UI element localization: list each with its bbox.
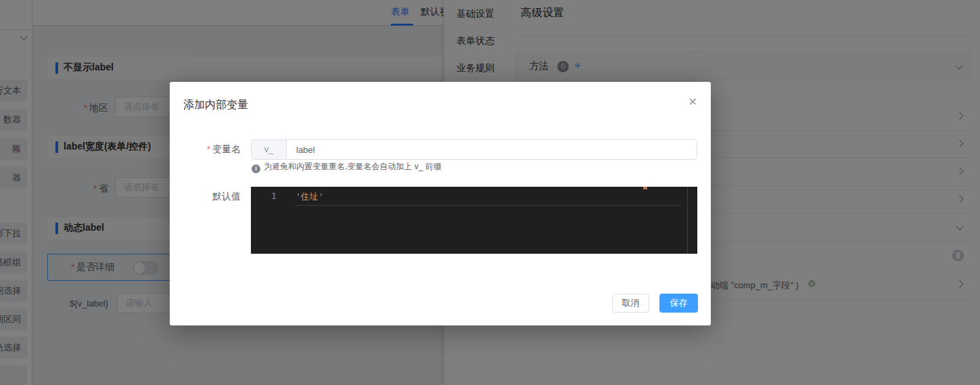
editor-current-line-border: [296, 205, 681, 206]
save-button[interactable]: 保存: [659, 294, 698, 313]
variable-name-input-group: v_: [251, 139, 697, 160]
variable-name-label: *变量名: [183, 143, 241, 156]
variable-prefix-addon: v_: [252, 140, 287, 159]
info-icon: i: [252, 164, 260, 173]
default-value-label: 默认值: [183, 191, 241, 203]
variable-name-hint: i为避免和内置变量重名,变量名会自动加上 v_ 前缀: [252, 161, 442, 173]
required-mark: *: [207, 144, 210, 154]
editor-code-text: '住址': [296, 191, 324, 203]
cancel-button[interactable]: 取消: [612, 294, 649, 313]
editor-scrollbar[interactable]: [687, 187, 688, 254]
add-internal-variable-dialog: 添加内部变量 ✕ *变量名 v_ i为避免和内置变量重名,变量名会自动加上 v_…: [170, 82, 711, 325]
dialog-title: 添加内部变量: [183, 98, 248, 112]
variable-name-input[interactable]: [287, 140, 697, 159]
editor-line-number: 1: [271, 191, 277, 201]
default-value-code-editor[interactable]: 1 '住址': [251, 187, 697, 254]
close-icon[interactable]: ✕: [689, 95, 697, 108]
editor-overview-mark: [643, 187, 647, 189]
app-root: 行文本 数器 频 器 形下拉 选框组 间选择 期区间 色选择 表单 默认视图 不…: [0, 0, 980, 385]
